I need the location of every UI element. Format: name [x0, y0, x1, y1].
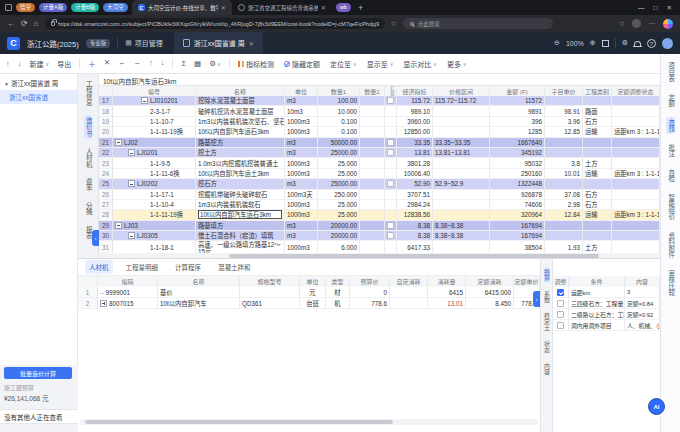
cell-name[interactable]: 借土石混合料（宕渣）填筑 [196, 231, 285, 240]
cell-summary[interactable] [385, 158, 397, 167]
cell-range[interactable] [433, 169, 490, 178]
cell-name[interactable]: 挖除水泥混凝土面层 [196, 96, 285, 105]
cell-name[interactable]: 破碎机挖清水泥混凝土面层 [196, 106, 285, 115]
bottom-tab[interactable]: 工程量明细 [122, 260, 163, 274]
cell-code[interactable]: 1-1-10-7 [113, 117, 196, 126]
right-strip-tab[interactable]: 自检 [666, 167, 675, 184]
cell-condition[interactable]: 三四级石方：工程量为压实 [569, 298, 625, 308]
cell-summary[interactable] [385, 106, 397, 115]
tab-close-icon[interactable]: ✕ [321, 4, 326, 11]
address-bar[interactable]: https://dsk.smartcost.com.cn/subject/PtC… [45, 18, 385, 29]
cell-adjust[interactable] [612, 106, 660, 115]
cell-summary[interactable] [385, 117, 397, 126]
collapse-handle[interactable]: ‹ [92, 230, 99, 246]
cell-qty1[interactable]: 0.100 [318, 127, 360, 136]
window-minimize-button[interactable]: — [638, 4, 645, 12]
cell-code[interactable]: 1-1-11-6换 [113, 169, 196, 178]
cell-content[interactable]: 3 [625, 287, 660, 297]
cell-content[interactable]: 定额×0.92 [625, 309, 660, 319]
cell-code[interactable]: 1-1-17-1 [113, 190, 196, 199]
document-tab[interactable]: 浙江xx国省道 周 ✕ [174, 32, 263, 54]
summary-checkbox[interactable] [387, 232, 394, 239]
cell-unit[interactable]: m3 [285, 138, 318, 147]
cell-spec[interactable]: QD361 [240, 298, 300, 308]
cell-qty1[interactable]: 25.000 [318, 169, 360, 178]
cell-qty2[interactable] [360, 190, 385, 199]
cell-category[interactable] [583, 221, 612, 230]
cell-indicator[interactable]: 3960.00 [397, 117, 433, 126]
tab-close-icon[interactable]: ✕ [221, 4, 226, 11]
cell-summary[interactable] [385, 190, 397, 199]
cell-category[interactable] [583, 179, 612, 188]
cell-summary[interactable] [385, 210, 397, 219]
adjust-row[interactable]: 三四级石方：工程量为压实定额×0.84 [553, 298, 660, 309]
cell-qty1[interactable]: 25.000 [318, 158, 360, 167]
cell-unit[interactable]: 1000m3 [285, 200, 318, 209]
cell-unit[interactable]: m3 [285, 179, 318, 188]
cell-qty1[interactable]: 25000.00 [318, 179, 360, 188]
cell-indicator[interactable]: 12850.00 [397, 127, 433, 136]
cell-type[interactable]: 机 [326, 298, 350, 308]
cell-range[interactable] [433, 190, 490, 199]
right-strip-tab[interactable]: 定额 [666, 92, 675, 109]
cell-qty1[interactable]: 25.000 [318, 200, 360, 209]
cell-adjust[interactable] [612, 190, 660, 199]
cell-unit-price[interactable]: 37.08 [545, 190, 583, 199]
cell-range[interactable]: 52.9~52.9 [433, 179, 490, 188]
cell-qty1[interactable]: 250.000 [318, 190, 360, 199]
grid-row[interactable]: 191-1-10-71m3以内装载机装次坚石、坚石1000m30.1003960… [99, 117, 660, 127]
cell-adjust[interactable] [612, 148, 660, 157]
grid-row[interactable]: 261-1-17-1挖掘机带破碎头破碎软石100m3天250.0003707.5… [99, 190, 660, 200]
help-icon[interactable]: ? [647, 39, 656, 48]
cell-amount[interactable]: 95032 [490, 158, 545, 167]
cell-qty1[interactable]: 50000.00 [318, 138, 360, 147]
cell-adjust[interactable] [612, 179, 660, 188]
cell-amount[interactable]: 396 [490, 117, 545, 126]
cell-unit[interactable]: 元 [300, 287, 326, 297]
cell-consume[interactable]: 6415 [428, 287, 466, 297]
left-strip-tab[interactable]: 费率 [84, 176, 93, 193]
browser-tab[interactable]: 浙江省交通工程综合查询系统✕ [232, 0, 332, 15]
cell-summary[interactable] [385, 127, 397, 136]
table-icon[interactable]: ▦ [194, 59, 201, 68]
cell-range[interactable] [433, 106, 490, 115]
cell-adjust[interactable]: 运距km 3 : 1-1-1 [612, 127, 660, 136]
toolbar-action-更多[interactable]: 更多∨ [447, 59, 467, 69]
new-button[interactable]: 新建∨ [30, 59, 50, 69]
sum-icon[interactable]: Σ [181, 59, 186, 68]
cell-summary[interactable] [385, 148, 397, 157]
cell-range[interactable]: 33.35~33.35 [433, 138, 490, 147]
cell-name[interactable]: 挖土方 [196, 148, 285, 157]
cell-indicator[interactable]: 10006.40 [397, 169, 433, 178]
bottom-tab[interactable]: 混凝土拌和 [214, 260, 255, 274]
cell-summary[interactable] [385, 200, 397, 209]
cell-condition[interactable]: 洞内用洞外项目 [569, 320, 625, 330]
cell-range[interactable]: 8.38~8.38 [433, 231, 490, 240]
cell-adjust[interactable]: 运距km 3 : 1-1-1 [612, 210, 660, 219]
cell-custom-consume[interactable] [390, 287, 428, 297]
cell-code[interactable]: LJ02 [113, 138, 196, 147]
cell-qty1[interactable]: 25000.00 [318, 148, 360, 157]
cell-unit[interactable]: 台班 [300, 298, 326, 308]
collapse-minus-icon[interactable] [128, 180, 135, 187]
tab-group-pill[interactable]: 悟空 [16, 3, 35, 12]
bottom-tab[interactable]: 人材机 [85, 260, 113, 274]
collapse-minus-icon[interactable] [115, 139, 122, 146]
cell-code[interactable]: LJ0201 [113, 148, 196, 157]
cell-range[interactable]: 115.72~115.72 [433, 96, 490, 105]
cell-name[interactable]: 1.0m3以内挖掘机挖装普通土 [196, 158, 285, 167]
cell-unit-price[interactable] [545, 148, 583, 157]
cell-amount[interactable]: 320964 [490, 210, 545, 219]
cell-code[interactable]: 1-1-10-4 [113, 200, 196, 209]
menu-dots-icon[interactable]: ⋯ [648, 20, 656, 28]
cell-indicator[interactable]: 2984.24 [397, 200, 433, 209]
adjust-checkbox[interactable] [557, 289, 564, 296]
cell-custom-consume[interactable] [390, 298, 428, 308]
cell-unit-price[interactable]: 10.01 [545, 169, 583, 178]
cell-adjust[interactable] [612, 231, 660, 240]
cell-unit-price[interactable]: 3.96 [545, 117, 583, 126]
cell-category[interactable]: 石方 [583, 117, 612, 126]
cell-name[interactable]: 10t以内自卸汽车运土3km [196, 169, 285, 178]
add-row-button[interactable]: ＋ [88, 58, 96, 69]
cell-unit[interactable]: 10m3 [285, 106, 318, 115]
